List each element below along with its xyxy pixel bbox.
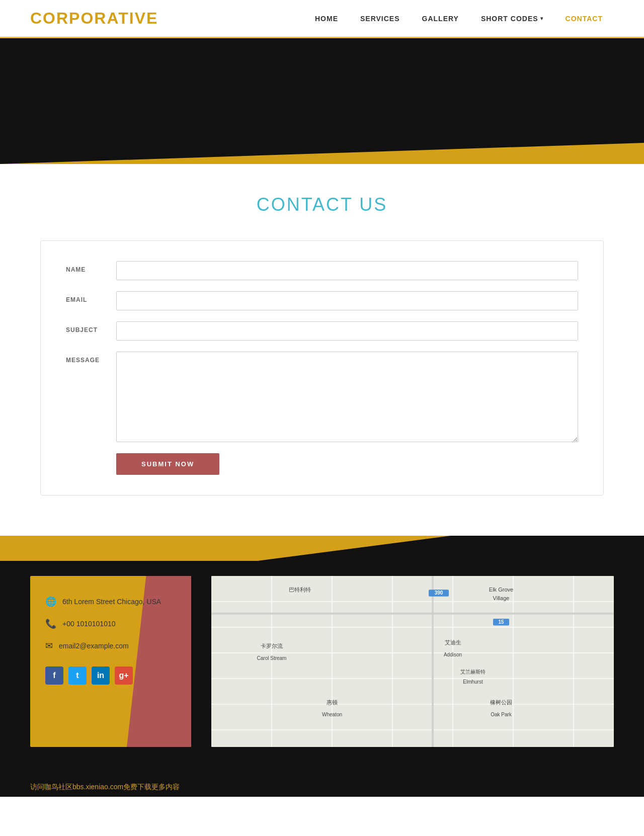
address-item: 🌐 6th Lorem Street Chicago, USA <box>45 596 176 607</box>
info-card: 🌐 6th Lorem Street Chicago, USA 📞 +00 10… <box>30 576 191 747</box>
svg-text:Elk Grove: Elk Grove <box>489 587 513 593</box>
contact-form-card: NAME EMAIL SUBJECT MESSAGE SUBMIT NOW <box>40 240 604 495</box>
footer-section: 🌐 6th Lorem Street Chicago, USA 📞 +00 10… <box>0 536 644 777</box>
svg-text:15: 15 <box>498 619 504 625</box>
contact-section: CONTACT US NAME EMAIL SUBJECT MESSAGE SU… <box>0 164 644 536</box>
watermark-text: 访问咖鸟社区bbs.xieniao.com免费下载更多内容 <box>30 783 180 791</box>
email-input[interactable] <box>116 291 578 310</box>
email-item: ✉ email2@example.com <box>45 640 176 651</box>
nav-services[interactable]: SERVICES <box>349 10 411 28</box>
map-container: 390 15 巴特利特 Elk Grove Village 卡罗尔流 Carol… <box>211 576 614 747</box>
phone-icon: 📞 <box>45 618 56 629</box>
svg-text:卡罗尔流: 卡罗尔流 <box>261 643 283 649</box>
facebook-button[interactable]: f <box>45 666 63 685</box>
svg-text:Elmhurst: Elmhurst <box>463 679 483 685</box>
svg-text:Village: Village <box>493 595 510 601</box>
site-logo[interactable]: CORPORATIVE <box>30 9 158 28</box>
map-svg: 390 15 巴特利特 Elk Grove Village 卡罗尔流 Carol… <box>211 576 614 747</box>
subject-row: SUBJECT <box>66 321 578 341</box>
subject-input[interactable] <box>116 321 578 341</box>
contact-title: CONTACT US <box>40 194 604 215</box>
nav-short-codes[interactable]: SHORT CODES ▾ <box>470 10 554 28</box>
footer-content: 🌐 6th Lorem Street Chicago, USA 📞 +00 10… <box>30 576 614 747</box>
email-row: EMAIL <box>66 291 578 310</box>
svg-text:Wheaton: Wheaton <box>322 712 342 717</box>
main-nav: HOME SERVICES GALLERY SHORT CODES ▾ CONT… <box>304 10 614 28</box>
footer-diagonal <box>0 536 644 561</box>
social-icons: f t in g+ <box>45 666 176 685</box>
svg-text:巴特利特: 巴特利特 <box>289 587 311 593</box>
hero-section <box>0 38 644 164</box>
svg-text:Carol Stream: Carol Stream <box>257 655 287 661</box>
map-placeholder: 390 15 巴特利特 Elk Grove Village 卡罗尔流 Carol… <box>211 576 614 747</box>
message-row: MESSAGE <box>66 352 578 442</box>
message-input[interactable] <box>116 352 578 442</box>
watermark-bar: 访问咖鸟社区bbs.xieniao.com免费下载更多内容 <box>0 777 644 797</box>
dropdown-arrow-icon: ▾ <box>540 16 543 21</box>
googleplus-button[interactable]: g+ <box>115 666 133 685</box>
phone-item: 📞 +00 1010101010 <box>45 618 176 629</box>
svg-text:艾迪生: 艾迪生 <box>445 639 461 645</box>
name-row: NAME <box>66 261 578 280</box>
nav-gallery[interactable]: GALLERY <box>411 10 470 28</box>
nav-home[interactable]: HOME <box>304 10 349 28</box>
globe-icon: 🌐 <box>45 596 56 607</box>
svg-text:Addison: Addison <box>444 652 462 657</box>
linkedin-button[interactable]: in <box>92 666 110 685</box>
address-text: 6th Lorem Street Chicago, USA <box>62 598 161 606</box>
nav-contact[interactable]: CONTACT <box>554 10 614 28</box>
svg-text:橡树公园: 橡树公园 <box>490 699 512 705</box>
email-label: EMAIL <box>66 291 116 303</box>
message-label: MESSAGE <box>66 352 116 364</box>
name-input[interactable] <box>116 261 578 280</box>
phone-text: +00 1010101010 <box>62 620 116 628</box>
mail-icon: ✉ <box>45 640 53 651</box>
name-label: NAME <box>66 261 116 273</box>
twitter-button[interactable]: t <box>68 666 87 685</box>
site-header: CORPORATIVE HOME SERVICES GALLERY SHORT … <box>0 0 644 38</box>
svg-text:艾兰赫斯特: 艾兰赫斯特 <box>460 669 486 675</box>
svg-text:Oak Park: Oak Park <box>491 712 512 717</box>
submit-button[interactable]: SUBMIT NOW <box>116 453 219 475</box>
svg-text:惠顿: 惠顿 <box>326 699 338 705</box>
email-text: email2@example.com <box>59 642 129 650</box>
svg-text:390: 390 <box>435 590 443 596</box>
subject-label: SUBJECT <box>66 321 116 333</box>
